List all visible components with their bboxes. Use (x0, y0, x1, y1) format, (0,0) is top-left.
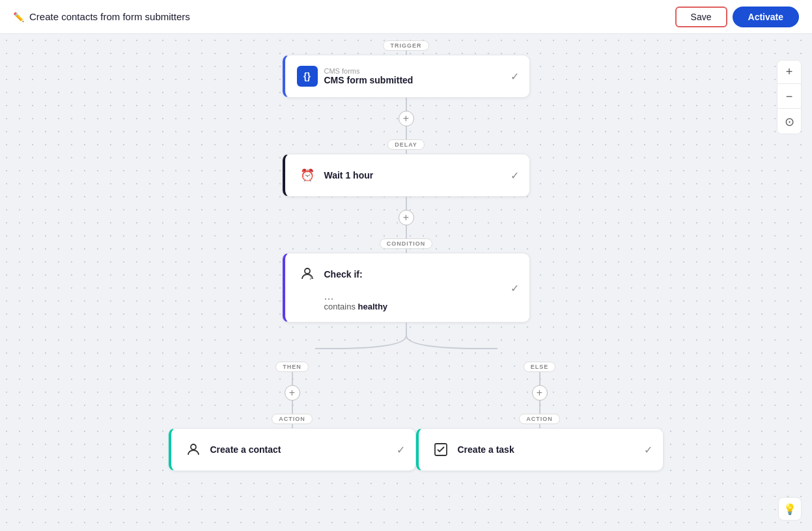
save-button[interactable]: Save (675, 7, 727, 27)
condition-badge: CONDITION (380, 238, 433, 249)
add-button-1[interactable]: + (399, 111, 414, 126)
condition-icon (297, 264, 318, 285)
page-title: Create contacts from form submitters (29, 11, 190, 22)
header-actions: Save Activate (675, 7, 799, 27)
delay-node[interactable]: ⏰ Wait 1 hour ✓ (283, 154, 530, 197)
branch-split (211, 323, 602, 362)
svg-point-0 (305, 268, 310, 274)
add-button-else[interactable]: + (532, 385, 548, 401)
action-contact-badge: ACTION (272, 414, 313, 424)
action-contact-check: ✓ (397, 444, 405, 456)
zoom-out-button[interactable]: − (777, 85, 801, 109)
action-contact-node[interactable]: Create a contact ✓ (169, 428, 416, 471)
flow-container: TRIGGER {} CMS forms CMS form submitted … (178, 40, 634, 471)
connector-1 (406, 98, 407, 111)
else-badge: ELSE (524, 362, 556, 372)
zoom-in-button[interactable]: + (777, 61, 801, 84)
add-button-2[interactable]: + (399, 210, 414, 225)
delay-check-icon: ✓ (511, 169, 519, 182)
trigger-node-header: {} CMS forms CMS form submitted (297, 66, 518, 87)
condition-text: contains healthy (324, 302, 518, 311)
action-contact-header: Create a contact (183, 439, 404, 460)
pencil-icon: ✏️ (13, 12, 24, 22)
svg-point-1 (191, 444, 196, 450)
delay-title: Wait 1 hour (324, 170, 374, 180)
connector-4 (406, 225, 407, 238)
header-left: ✏️ Create contacts from form submitters (13, 11, 190, 22)
trigger-subtitle: CMS forms (324, 67, 413, 75)
action-contact-title: Create a contact (210, 444, 281, 455)
delay-badge: DELAY (387, 139, 425, 150)
task-icon (430, 439, 451, 460)
trigger-title: CMS form submitted (324, 75, 413, 85)
condition-node[interactable]: Check if: ... contains healthy ✓ (283, 253, 530, 323)
action-task-node[interactable]: Create a task ✓ (416, 428, 664, 471)
header: ✏️ Create contacts from form submitters … (0, 0, 812, 34)
then-branch: THEN + ACTION C (169, 362, 416, 471)
workflow-canvas: + − ⊙ 💡 TRIGGER {} CMS forms CMS form su… (0, 34, 812, 531)
connector-2 (406, 126, 407, 139)
zoom-fit-button[interactable]: ⊙ (777, 110, 801, 134)
condition-node-header: Check if: (297, 264, 518, 285)
condition-body: ... contains healthy (297, 290, 518, 311)
activate-button[interactable]: Activate (733, 7, 799, 27)
condition-dots: ... (324, 290, 518, 302)
action-task-title: Create a task (458, 444, 514, 455)
trigger-badge: TRIGGER (383, 40, 428, 51)
action-task-check: ✓ (644, 444, 652, 456)
zoom-controls: + − ⊙ (777, 60, 802, 134)
condition-check-icon: ✓ (511, 281, 519, 294)
condition-label: Check if: (324, 269, 363, 280)
else-branch: ELSE + ACTION C (416, 362, 664, 471)
lightbulb-button[interactable]: 💡 (778, 497, 802, 521)
trigger-check-icon: ✓ (511, 70, 519, 83)
clock-icon: ⏰ (297, 165, 318, 186)
action-task-badge: ACTION (519, 414, 560, 424)
add-button-then[interactable]: + (285, 385, 300, 401)
action-task-header: Create a task (430, 439, 651, 460)
then-badge: THEN (275, 362, 309, 372)
contact-icon (183, 439, 204, 460)
trigger-icon: {} (297, 66, 318, 87)
connector-3 (406, 197, 407, 210)
trigger-node[interactable]: {} CMS forms CMS form submitted ✓ (283, 55, 530, 98)
branches-row: THEN + ACTION C (169, 362, 644, 471)
delay-node-header: ⏰ Wait 1 hour (297, 165, 518, 186)
